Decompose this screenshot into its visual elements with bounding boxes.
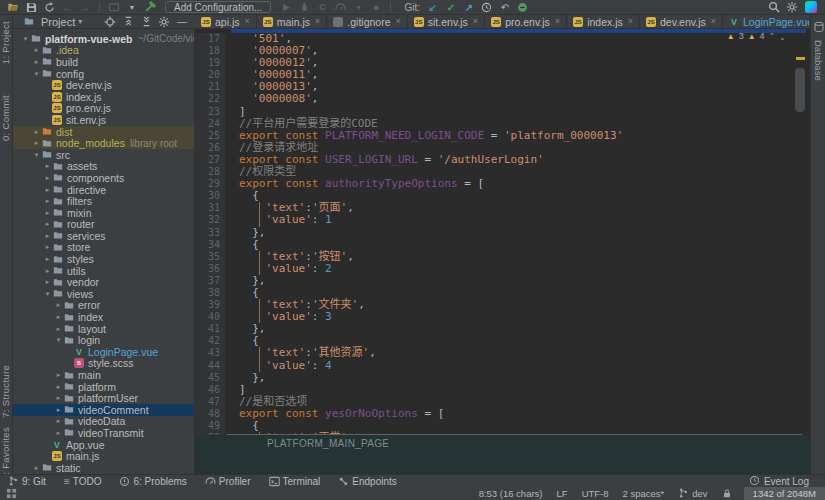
encoding-indicator[interactable]: UTF-8 — [582, 488, 609, 499]
debug-icon[interactable] — [295, 1, 313, 14]
close-icon[interactable]: × — [711, 17, 716, 26]
hide-panel-icon[interactable]: — — [173, 15, 191, 28]
error-stripe[interactable] — [794, 29, 808, 463]
chevron-right-icon[interactable]: ▸ — [43, 162, 52, 170]
chevron-right-icon[interactable]: ▸ — [43, 186, 52, 194]
forward-icon[interactable]: → — [76, 1, 94, 14]
caret-position[interactable]: 8:53 (16 chars) — [479, 488, 543, 499]
next-warning-icon[interactable]: ⌃ — [779, 32, 786, 41]
line-ending-indicator[interactable]: LF — [557, 488, 568, 499]
push-icon[interactable]: ↗ — [460, 1, 478, 14]
chevron-right-icon[interactable]: ▸ — [54, 325, 63, 333]
tree-item-videotransmit[interactable]: ▸videoTransmit — [13, 427, 194, 439]
tree-item-router[interactable]: ▸router — [13, 219, 194, 231]
close-icon[interactable]: × — [245, 17, 250, 26]
git-branch-widget[interactable]: dev — [678, 487, 707, 500]
chevron-right-icon[interactable]: ▸ — [43, 255, 52, 263]
tree-item-loginpage-vue[interactable]: VLoginPage.vue — [13, 346, 194, 358]
locate-file-icon[interactable] — [101, 15, 119, 28]
tree-item-dev-env-js[interactable]: JSdev.env.js — [13, 79, 194, 91]
memory-indicator[interactable]: 1342 of 2048M — [744, 487, 825, 500]
tree-item-layout[interactable]: ▸layout — [13, 323, 194, 335]
code-line[interactable]: export const authorityTypeOptions = [ — [225, 178, 810, 190]
tree-item-index-js[interactable]: JSindex.js — [13, 91, 194, 103]
editor-tab[interactable]: JSpro.env.js× — [485, 15, 567, 28]
update-project-icon[interactable]: ↙ — [424, 1, 442, 14]
tree-item-config[interactable]: ▾config — [13, 68, 194, 80]
coverage-icon[interactable]: C — [313, 1, 331, 14]
tree-item-pro-env-js[interactable]: JSpro.env.js — [13, 103, 194, 115]
close-icon[interactable]: × — [628, 17, 633, 26]
close-icon[interactable]: × — [396, 17, 401, 26]
code-line[interactable]: }, — [225, 275, 810, 287]
close-icon[interactable]: × — [473, 17, 478, 26]
sidebar-item-database[interactable]: Database — [811, 19, 825, 81]
chevron-right-icon[interactable]: ▸ — [54, 383, 63, 391]
tree-item-node-modules[interactable]: ▸node_moduleslibrary root — [13, 137, 194, 149]
tool-stripes-toggle-icon[interactable] — [3, 487, 19, 500]
collapse-all-icon[interactable] — [137, 15, 155, 28]
chevron-right-icon[interactable]: ▸ — [54, 406, 63, 414]
chevron-down-icon[interactable]: ▾ — [32, 151, 41, 159]
warning-stripe-mark[interactable] — [796, 57, 805, 60]
code-with-me-icon[interactable] — [514, 1, 532, 14]
close-icon[interactable]: × — [315, 17, 320, 26]
code-line[interactable]: export const yesOrNoOptions = [ — [225, 408, 810, 420]
chevron-down-icon[interactable]: ▾ — [32, 70, 41, 78]
tool-button-todo[interactable]: ≡TODO — [64, 476, 102, 487]
sidebar-item-commit[interactable]: 0: Commit — [0, 95, 13, 141]
rollback-icon[interactable]: ↶ — [496, 1, 514, 14]
chevron-right-icon[interactable]: ▸ — [43, 209, 52, 217]
chevron-right-icon[interactable]: ▸ — [54, 429, 63, 437]
tool-button-endpoints[interactable]: Endpoints — [338, 476, 396, 487]
code-editor[interactable]: 1718192021222324252627282930313233343536… — [195, 29, 810, 463]
expand-all-icon[interactable] — [119, 15, 137, 28]
editor-tab[interactable]: VLoginPage.vue× — [723, 15, 809, 28]
editor-scrollbar-thumb[interactable] — [795, 68, 805, 112]
editor-tab[interactable]: .gitignore× — [327, 15, 407, 28]
back-icon[interactable]: ← — [58, 1, 76, 14]
chevron-right-icon[interactable]: ▸ — [54, 394, 63, 402]
tree-item-services[interactable]: ▸services — [13, 230, 194, 242]
tree-item-directive[interactable]: ▸directive — [13, 184, 194, 196]
chevron-right-icon[interactable]: ▸ — [32, 128, 41, 136]
code-line[interactable]: }, — [225, 372, 810, 384]
tree-item-filters[interactable]: ▸filters — [13, 195, 194, 207]
chevron-right-icon[interactable]: ▸ — [43, 174, 52, 182]
tree-item-platform-vue-web[interactable]: ▾platform-vue-web~/GitCode/video-platf — [13, 33, 194, 45]
editor-tab[interactable]: JSindex.js× — [567, 15, 640, 28]
code-line[interactable]: 'value': 1 — [225, 214, 810, 226]
tool-button-problems[interactable]: 6: Problems — [119, 476, 186, 487]
save-icon[interactable] — [22, 1, 40, 14]
tool-button-profiler[interactable]: Profiler — [205, 476, 251, 487]
tree-item-style-scss[interactable]: Sstyle.scss — [13, 358, 194, 370]
indent-indicator[interactable]: 2 spaces* — [623, 488, 665, 499]
tree-item-platformuser[interactable]: ▸platformUser — [13, 392, 194, 404]
stop-icon[interactable]: ■ — [367, 1, 385, 14]
tree-item-app-vue[interactable]: VApp.vue — [13, 439, 194, 451]
chevron-right-icon[interactable]: ▸ — [43, 267, 52, 275]
chevron-down-icon[interactable]: ▾ — [21, 35, 30, 43]
tree-item-platform[interactable]: ▸platform — [13, 381, 194, 393]
panel-settings-gear-icon[interactable] — [155, 15, 173, 28]
code-line[interactable]: }, — [225, 227, 810, 239]
breadcrumb[interactable]: PLATFORM_MAIN_PAGE — [267, 438, 389, 449]
editor-tab[interactable]: JSmain.js× — [257, 15, 328, 28]
chevron-right-icon[interactable]: ▸ — [32, 139, 41, 147]
chevron-right-icon[interactable]: ▸ — [43, 278, 52, 286]
chevron-right-icon[interactable]: ▸ — [54, 371, 63, 379]
chevron-down-icon[interactable]: ▾ — [43, 290, 52, 298]
chevron-right-icon[interactable]: ▸ — [54, 313, 63, 321]
tree-item-mixin[interactable]: ▸mixin — [13, 207, 194, 219]
tree-item-videodata[interactable]: ▸videoData — [13, 416, 194, 428]
project-tool-icon[interactable] — [21, 15, 37, 28]
tree-item-views[interactable]: ▾views — [13, 288, 194, 300]
code-line[interactable]: 'value': 4 — [225, 360, 810, 372]
tree-item-build[interactable]: ▸build — [13, 56, 194, 68]
code-line[interactable]: ] — [225, 384, 810, 396]
chevron-right-icon[interactable]: ▸ — [43, 197, 52, 205]
code-line[interactable]: '0000008', — [225, 93, 810, 105]
event-log-button[interactable]: Event Log — [749, 475, 809, 488]
settings-gear-icon[interactable] — [783, 1, 801, 14]
tree-item--idea[interactable]: ▸.idea — [13, 45, 194, 57]
